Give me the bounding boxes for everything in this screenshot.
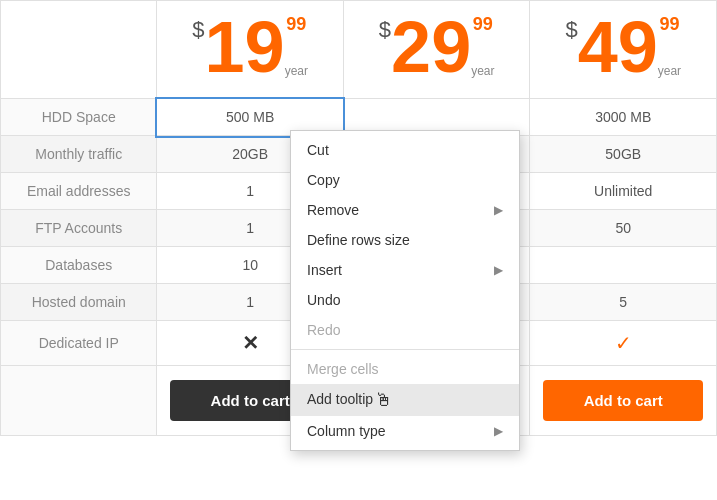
cross-icon: ✕ (242, 332, 259, 354)
cursor-icon: 🖱 (375, 391, 393, 409)
ctx-redo-label: Redo (307, 322, 340, 338)
basic-dollar: $ (192, 19, 204, 41)
premium-year: year (658, 65, 681, 83)
ctx-remove[interactable]: Remove ▶ (291, 195, 519, 225)
ctx-define-rows-label: Define rows size (307, 232, 410, 248)
ctx-add-tooltip-label: Add tooltip🖱 (307, 391, 393, 409)
hosted-label: Hosted domain (1, 284, 157, 321)
email-premium-value: Unlimited (530, 173, 717, 210)
basic-cents: 99 (285, 11, 308, 33)
btn-label-cell (1, 366, 157, 436)
basic-amount: 19 (205, 11, 285, 83)
databases-premium-value (530, 247, 717, 284)
ftp-label: FTP Accounts (1, 210, 157, 247)
ftp-premium-value: 50 (530, 210, 717, 247)
ctx-insert-arrow: ▶ (494, 263, 503, 277)
label-header-cell (1, 1, 157, 99)
basic-year: year (285, 65, 308, 83)
plan-premium-header: $ 49 99 year (530, 1, 717, 99)
ctx-undo-label: Undo (307, 292, 340, 308)
ctx-column-type-label: Column type (307, 423, 386, 439)
plan-standard-header: $ 29 99 year (343, 1, 530, 99)
ctx-insert-label: Insert (307, 262, 342, 278)
ctx-cut[interactable]: Cut (291, 135, 519, 165)
check-icon: ✓ (615, 332, 632, 354)
ctx-redo: Redo (291, 315, 519, 345)
traffic-label: Monthly traffic (1, 136, 157, 173)
premium-amount: 49 (578, 11, 658, 83)
standard-dollar: $ (379, 19, 391, 41)
ctx-remove-label: Remove (307, 202, 359, 218)
ctx-copy[interactable]: Copy (291, 165, 519, 195)
ctx-undo[interactable]: Undo (291, 285, 519, 315)
header-row: $ 19 99 year $ 29 99 year (1, 1, 717, 99)
dedicated-ip-label: Dedicated IP (1, 321, 157, 366)
standard-cents: 99 (471, 11, 494, 33)
ctx-copy-label: Copy (307, 172, 340, 188)
context-menu: Cut Copy Remove ▶ Define rows size Inser… (290, 130, 520, 451)
hosted-premium-value: 5 (530, 284, 717, 321)
ctx-add-tooltip[interactable]: Add tooltip🖱 (291, 384, 519, 416)
ctx-remove-arrow: ▶ (494, 203, 503, 217)
email-label: Email addresses (1, 173, 157, 210)
standard-year: year (471, 65, 494, 83)
ctx-merge-label: Merge cells (307, 361, 379, 377)
premium-cents: 99 (658, 11, 681, 33)
ctx-divider-1 (291, 349, 519, 350)
dedicated-ip-premium-value: ✓ (530, 321, 717, 366)
standard-amount: 29 (391, 11, 471, 83)
add-to-cart-premium-button[interactable]: Add to cart (543, 380, 703, 421)
ctx-define-rows[interactable]: Define rows size (291, 225, 519, 255)
hdd-label: HDD Space (1, 99, 157, 136)
ctx-insert[interactable]: Insert ▶ (291, 255, 519, 285)
ctx-column-type[interactable]: Column type ▶ (291, 416, 519, 446)
btn-premium-cell: Add to cart (530, 366, 717, 436)
traffic-premium-value: 50GB (530, 136, 717, 173)
plan-basic-header: $ 19 99 year (157, 1, 344, 99)
hdd-premium-value: 3000 MB (530, 99, 717, 136)
premium-dollar: $ (565, 19, 577, 41)
ctx-cut-label: Cut (307, 142, 329, 158)
databases-label: Databases (1, 247, 157, 284)
ctx-column-type-arrow: ▶ (494, 424, 503, 438)
ctx-merge-cells: Merge cells (291, 354, 519, 384)
